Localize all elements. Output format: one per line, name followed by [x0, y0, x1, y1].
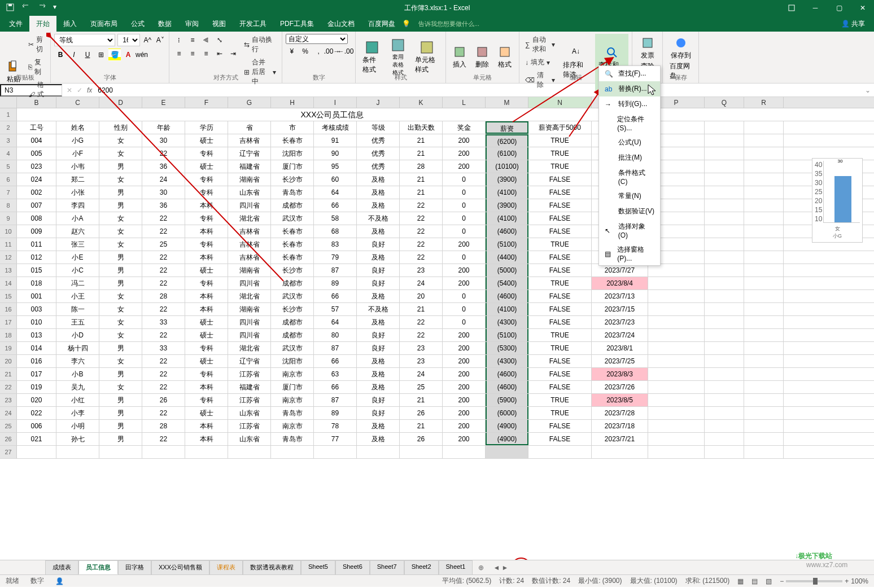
cell[interactable]: 2023/7/28: [592, 407, 648, 419]
align-center-icon[interactable]: ≡: [186, 47, 199, 60]
cell[interactable]: 0: [443, 212, 486, 225]
cell[interactable]: [744, 238, 784, 251]
cell[interactable]: [648, 446, 705, 458]
align-top-icon[interactable]: ⫶: [173, 34, 185, 46]
sheet-tab-Sheet7[interactable]: Sheet7: [370, 560, 404, 574]
cell[interactable]: 湖北省: [228, 342, 271, 354]
bold-button[interactable]: B: [54, 49, 67, 61]
cell[interactable]: 本科: [185, 225, 228, 238]
cell[interactable]: 200: [443, 433, 486, 445]
cell[interactable]: [705, 186, 744, 199]
cell[interactable]: 2023/7/13: [592, 290, 648, 302]
cell[interactable]: 四川省: [228, 329, 271, 341]
cell[interactable]: 87: [314, 264, 357, 277]
cell[interactable]: 21: [400, 147, 443, 160]
cell[interactable]: FALSE: [528, 420, 592, 432]
cell[interactable]: TRUE: [528, 134, 592, 147]
row-header[interactable]: 21: [0, 368, 17, 380]
cell[interactable]: 冯二: [56, 277, 99, 289]
maximize-icon[interactable]: ▢: [828, 0, 850, 16]
col-header-B[interactable]: B: [17, 97, 56, 108]
cell[interactable]: 009: [17, 225, 56, 238]
number-format-select[interactable]: 自定义: [286, 34, 348, 44]
cell[interactable]: 及格: [357, 433, 400, 445]
cell[interactable]: [744, 329, 784, 341]
cell[interactable]: 孙七: [56, 433, 99, 445]
cell[interactable]: 吉林省: [228, 251, 271, 264]
sheet-tab-数据透视表教程[interactable]: 数据透视表教程: [243, 560, 301, 574]
cell[interactable]: (4300): [486, 316, 528, 328]
cell[interactable]: 郑二: [56, 173, 99, 186]
cell[interactable]: [705, 355, 744, 367]
cell[interactable]: FALSE: [528, 173, 592, 186]
row-header[interactable]: 25: [0, 420, 17, 432]
cell[interactable]: 辽宁省: [228, 147, 271, 160]
cell[interactable]: 良好: [357, 342, 400, 354]
cell[interactable]: 吉林省: [228, 238, 271, 251]
cell[interactable]: TRUE: [528, 394, 592, 406]
autosum-button[interactable]: ∑ 自动求和 ▾: [523, 34, 557, 55]
cell[interactable]: [705, 342, 744, 354]
cell[interactable]: (4100): [486, 186, 528, 199]
cell[interactable]: 学历: [185, 121, 228, 134]
cell[interactable]: 南京市: [271, 420, 314, 432]
cell[interactable]: 66: [314, 290, 357, 302]
cell[interactable]: 男: [99, 394, 142, 406]
cell[interactable]: 66: [314, 355, 357, 367]
cell[interactable]: 专科: [185, 186, 228, 199]
cell[interactable]: (5000): [486, 264, 528, 277]
cell[interactable]: 87: [314, 394, 357, 406]
cell[interactable]: 22: [142, 264, 185, 277]
orientation-icon[interactable]: ⤡: [213, 34, 226, 46]
cell[interactable]: 016: [17, 355, 56, 367]
cell[interactable]: (5400): [486, 277, 528, 289]
row-header[interactable]: 27: [0, 446, 17, 458]
cell[interactable]: 专科: [185, 238, 228, 251]
cell[interactable]: 22: [142, 147, 185, 160]
cell[interactable]: 22: [400, 316, 443, 328]
cell[interactable]: 硕士: [185, 134, 228, 147]
cell[interactable]: 83: [314, 238, 357, 251]
cell[interactable]: 007: [17, 199, 56, 212]
row-header[interactable]: 7: [0, 186, 17, 199]
cell[interactable]: [705, 147, 744, 160]
cell[interactable]: 专科: [185, 147, 228, 160]
cell[interactable]: 厦门市: [271, 160, 314, 173]
cell[interactable]: 64: [314, 186, 357, 199]
cell[interactable]: (6200): [486, 134, 528, 147]
cell[interactable]: 005: [17, 147, 56, 160]
row-header[interactable]: 13: [0, 264, 17, 277]
cell[interactable]: 200: [443, 368, 486, 380]
cell[interactable]: 33: [142, 316, 185, 328]
cell[interactable]: 小D: [56, 329, 99, 341]
cell[interactable]: [99, 446, 142, 458]
minimize-icon[interactable]: ─: [804, 0, 827, 16]
cell[interactable]: [486, 446, 528, 458]
cell[interactable]: 22: [142, 433, 185, 445]
inc-decimal-icon[interactable]: .00→: [326, 45, 338, 58]
cell[interactable]: 22: [142, 329, 185, 341]
cell[interactable]: [314, 446, 357, 458]
cell[interactable]: 硕士: [185, 355, 228, 367]
cell[interactable]: 008: [17, 212, 56, 225]
cell[interactable]: 22: [142, 368, 185, 380]
cell[interactable]: (4600): [486, 368, 528, 380]
cell[interactable]: 良好: [357, 394, 400, 406]
row-header[interactable]: 11: [0, 238, 17, 251]
cell[interactable]: [705, 368, 744, 380]
cell[interactable]: 及格: [357, 316, 400, 328]
cell[interactable]: 小明: [56, 420, 99, 432]
cell[interactable]: 女: [99, 212, 142, 225]
cell[interactable]: TRUE: [528, 238, 592, 251]
cell[interactable]: [648, 407, 705, 419]
cell[interactable]: 省: [228, 121, 271, 134]
cell[interactable]: [744, 303, 784, 315]
percent-icon[interactable]: %: [299, 45, 312, 58]
cell[interactable]: 湖南省: [228, 173, 271, 186]
cell[interactable]: [705, 290, 744, 302]
dropdown-item-5[interactable]: 批注(M): [599, 150, 660, 165]
sheet-tab-XXX公司销售额[interactable]: XXX公司销售额: [151, 560, 209, 574]
cell[interactable]: 李六: [56, 355, 99, 367]
row-header[interactable]: 23: [0, 394, 17, 406]
cell[interactable]: 23: [400, 264, 443, 277]
